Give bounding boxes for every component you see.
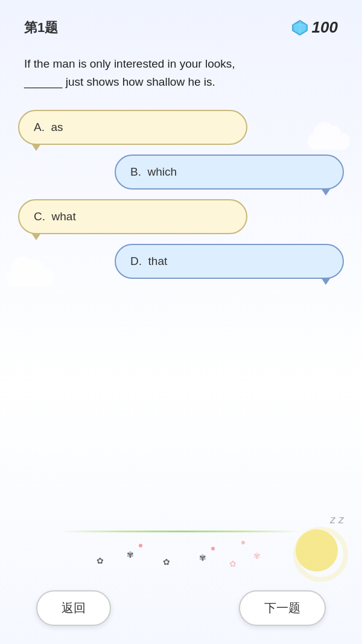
option-b-label: B. which bbox=[130, 165, 177, 178]
question-text: If the man is only interested in your lo… bbox=[0, 43, 362, 110]
option-d-label: D. that bbox=[130, 255, 167, 267]
question-number: 第1题 bbox=[24, 19, 58, 37]
flower-decoration-4: ✾ bbox=[199, 553, 206, 563]
zzz-text: z z bbox=[330, 514, 344, 526]
option-b[interactable]: B. which bbox=[115, 155, 344, 190]
question-line2: ______ just shows how shallow he is. bbox=[24, 73, 338, 91]
options-container: A. as B. which C. what D. that bbox=[0, 110, 362, 279]
deco-dot-2 bbox=[211, 547, 215, 550]
sleeping-sun bbox=[296, 529, 338, 572]
deco-dot-3 bbox=[241, 541, 245, 544]
diamond-icon bbox=[291, 19, 308, 36]
back-button[interactable]: 返回 bbox=[36, 590, 111, 626]
option-c-label: C. what bbox=[34, 210, 76, 223]
cloud-decoration-left bbox=[6, 269, 54, 287]
question-line1: If the man is only interested in your lo… bbox=[24, 55, 338, 73]
score-value: 100 bbox=[312, 18, 338, 37]
flower-decoration-1: ✿ bbox=[97, 556, 104, 566]
header: 第1题 100 bbox=[0, 0, 362, 43]
flower-decoration-3: ✿ bbox=[163, 557, 170, 567]
footer: 返回 下一题 bbox=[0, 584, 362, 644]
option-a-label: A. as bbox=[34, 121, 63, 133]
deco-dot-1 bbox=[139, 544, 142, 547]
flower-decoration-6: ✾ bbox=[253, 551, 261, 561]
score-badge: 100 bbox=[291, 18, 338, 37]
option-d[interactable]: D. that bbox=[115, 244, 344, 279]
grass-decoration bbox=[60, 531, 302, 532]
flower-decoration-2: ✾ bbox=[127, 550, 134, 560]
option-c[interactable]: C. what bbox=[18, 199, 247, 234]
option-a[interactable]: A. as bbox=[18, 110, 247, 145]
next-button[interactable]: 下一题 bbox=[239, 590, 326, 626]
cloud-decoration-top-right bbox=[308, 133, 350, 150]
flower-decoration-5: ✿ bbox=[229, 559, 237, 569]
bottom-decoration: z z ✿ ✾ ✿ ✾ ✿ ✾ bbox=[0, 487, 362, 584]
